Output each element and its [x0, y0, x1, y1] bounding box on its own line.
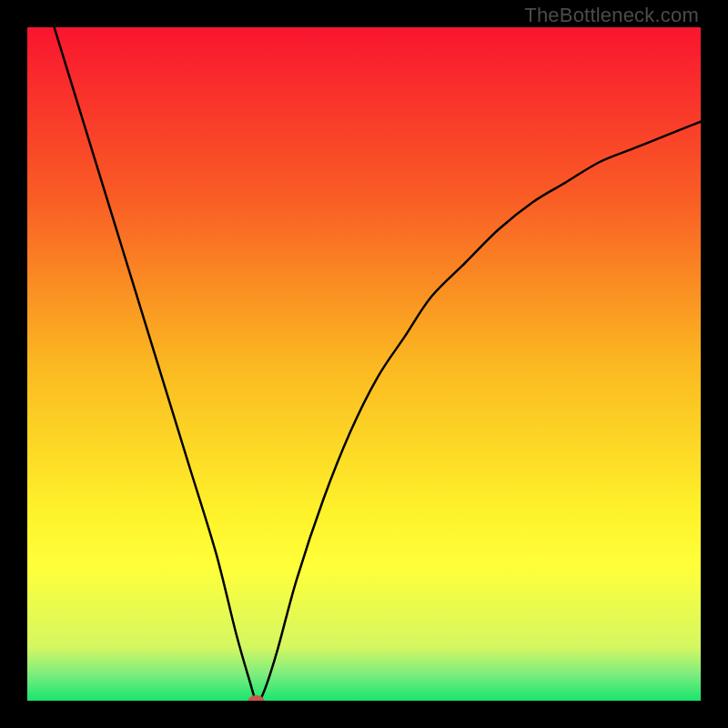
chart-plot: [27, 27, 701, 701]
bottleneck-curve: [55, 27, 701, 701]
watermark-text: TheBottleneck.com: [524, 4, 699, 27]
